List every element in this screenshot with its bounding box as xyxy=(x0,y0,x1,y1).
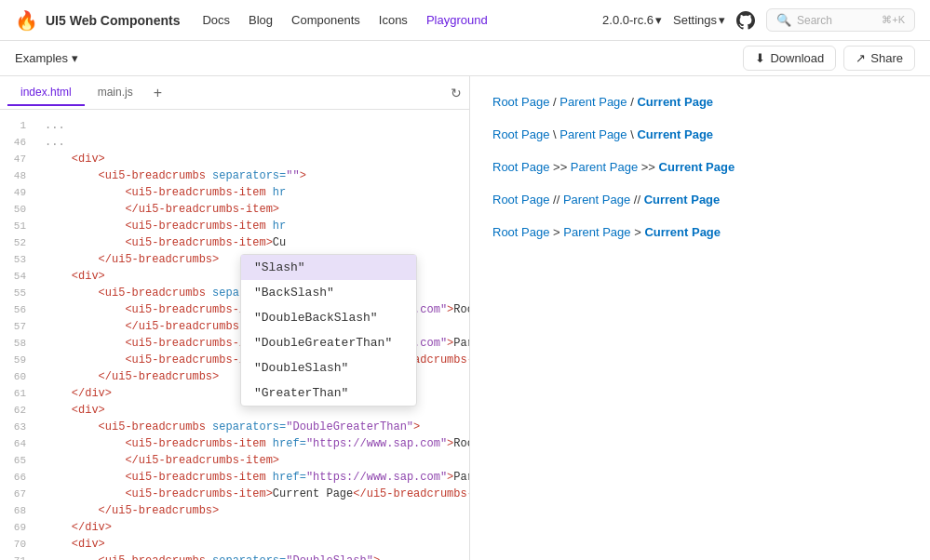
flame-icon: 🔥 xyxy=(15,9,38,32)
bc-separator: > xyxy=(553,225,563,239)
main-area: index.html main.js + ↻ 1 ... 46 ... 47 <… xyxy=(0,76,930,560)
bc-parent-link[interactable]: Parent Page xyxy=(559,95,627,109)
nav-icons[interactable]: Icons xyxy=(379,13,408,27)
bc-current-page: Current Page xyxy=(637,127,713,141)
code-line: 69 </div> xyxy=(0,519,469,536)
code-line: 66 <ui5-breadcrumbs-item href="https://w… xyxy=(0,469,469,486)
logo[interactable]: 🔥 UI5 Web Components xyxy=(15,9,180,32)
bc-separator: >> xyxy=(641,160,659,174)
top-nav: 🔥 UI5 Web Components Docs Blog Component… xyxy=(0,0,930,41)
bc-separator: // xyxy=(553,193,563,207)
dropdown-item-backslash[interactable]: "BackSlash" xyxy=(241,280,416,305)
code-line: 48 <ui5-breadcrumbs separators=""> xyxy=(0,167,469,184)
dropdown-item-doubleslash[interactable]: "DoubleSlash" xyxy=(241,355,416,380)
search-box[interactable]: 🔍 Search ⌘+K xyxy=(766,8,915,32)
tab-index-html[interactable]: index.html xyxy=(7,80,85,106)
dropdown-item-greaterthan[interactable]: "GreaterThan" xyxy=(241,380,416,406)
refresh-button[interactable]: ↻ xyxy=(451,86,462,100)
bc-current-page: Current Page xyxy=(644,225,721,239)
download-button[interactable]: ⬇ Download xyxy=(743,46,836,71)
bc-root-link[interactable]: Root Page xyxy=(492,193,549,207)
github-icon[interactable] xyxy=(736,11,755,30)
code-line: 64 <ui5-breadcrumbs-item href="https://w… xyxy=(0,435,469,452)
settings-button[interactable]: Settings ▾ xyxy=(673,13,725,27)
separator-dropdown[interactable]: "Slash" "BackSlash" "DoubleBackSlash" "D… xyxy=(240,254,417,407)
code-line: 51 <ui5-breadcrumbs-item hr xyxy=(0,218,469,234)
nav-links: Docs Blog Components Icons Playground xyxy=(202,13,487,27)
bc-root-link[interactable]: Root Page xyxy=(492,127,549,141)
preview-panel: Root Page / Parent Page / Current Page R… xyxy=(470,76,930,560)
code-line: 47 <div> xyxy=(0,151,469,167)
search-placeholder: Search xyxy=(797,14,832,27)
search-kbd: ⌘+K xyxy=(882,14,905,26)
code-line: 68 </ui5-breadcrumbs> xyxy=(0,502,469,519)
toolbar: Examples ▾ ⬇ Download ↗ Share xyxy=(0,41,930,76)
code-line: 1 ... xyxy=(0,117,469,134)
code-line: 65 </ui5-breadcrumbs-item> xyxy=(0,452,469,469)
dropdown-item-doublegreaterthan[interactable]: "DoubleGreaterThan" xyxy=(241,330,416,355)
share-icon: ↗ xyxy=(856,51,866,65)
breadcrumb-preview-slash: Root Page / Parent Page / Current Page xyxy=(492,95,908,109)
code-content[interactable]: 1 ... 46 ... 47 <div> 48 <ui5-breadcrumb… xyxy=(0,110,469,560)
bc-current-page: Current Page xyxy=(644,193,721,207)
bc-parent-link[interactable]: Parent Page xyxy=(563,193,630,207)
code-line: 50 </ui5-breadcrumbs-item> xyxy=(0,201,469,218)
bc-parent-link[interactable]: Parent Page xyxy=(571,160,638,174)
breadcrumb-preview-doublegreaterthan: Root Page >> Parent Page >> Current Page xyxy=(492,160,908,174)
add-tab-button[interactable]: + xyxy=(146,82,169,104)
code-line: 52 <ui5-breadcrumbs-item>Cu xyxy=(0,234,469,251)
nav-right: 2.0.0-rc.6 ▾ Settings ▾ 🔍 Search ⌘+K xyxy=(602,8,915,32)
tabs-bar: index.html main.js + ↻ xyxy=(0,76,469,110)
search-icon: 🔍 xyxy=(776,13,791,27)
bc-root-link[interactable]: Root Page xyxy=(492,160,549,174)
breadcrumb-preview-backslash: Root Page \ Parent Page \ Current Page xyxy=(492,127,908,141)
tab-main-js[interactable]: main.js xyxy=(85,80,146,106)
bc-current-page: Current Page xyxy=(637,95,713,109)
dropdown-item-doublebackslash[interactable]: "DoubleBackSlash" xyxy=(241,305,416,330)
nav-docs[interactable]: Docs xyxy=(202,13,230,27)
code-line: 63 <ui5-breadcrumbs separators="DoubleGr… xyxy=(0,419,469,435)
breadcrumb-preview-doubleslash: Root Page // Parent Page // Current Page xyxy=(492,193,908,207)
bc-root-link[interactable]: Root Page xyxy=(492,225,549,239)
bc-parent-link[interactable]: Parent Page xyxy=(563,225,630,239)
chevron-down-icon: ▾ xyxy=(719,13,725,27)
bc-current-page: Current Page xyxy=(659,160,735,174)
bc-separator: // xyxy=(634,193,644,207)
breadcrumb-preview-greaterthan: Root Page > Parent Page > Current Page xyxy=(492,225,908,239)
code-line: 71 <ui5-breadcrumbs separators="DoubleSl… xyxy=(0,553,469,560)
share-button[interactable]: ↗ Share xyxy=(843,46,915,71)
code-line: 67 <ui5-breadcrumbs-item>Current Page</u… xyxy=(0,486,469,502)
code-panel: index.html main.js + ↻ 1 ... 46 ... 47 <… xyxy=(0,76,470,560)
bc-root-link[interactable]: Root Page xyxy=(492,95,549,109)
nav-playground[interactable]: Playground xyxy=(426,13,488,27)
code-line: 46 ... xyxy=(0,134,469,151)
examples-button[interactable]: Examples ▾ xyxy=(15,51,78,65)
bc-parent-link[interactable]: Parent Page xyxy=(559,127,627,141)
code-line: 70 <div> xyxy=(0,536,469,553)
toolbar-actions: ⬇ Download ↗ Share xyxy=(743,46,915,71)
bc-separator: >> xyxy=(553,160,571,174)
logo-text: UI5 Web Components xyxy=(46,13,180,28)
version-button[interactable]: 2.0.0-rc.6 ▾ xyxy=(602,13,662,27)
nav-components[interactable]: Components xyxy=(291,13,360,27)
code-line: 49 <ui5-breadcrumbs-item hr xyxy=(0,184,469,201)
bc-separator: > xyxy=(634,225,644,239)
chevron-down-icon: ▾ xyxy=(655,13,662,27)
chevron-down-icon: ▾ xyxy=(72,51,78,65)
dropdown-item-slash[interactable]: "Slash" xyxy=(241,255,416,280)
download-icon: ⬇ xyxy=(755,51,765,65)
nav-blog[interactable]: Blog xyxy=(249,13,273,27)
